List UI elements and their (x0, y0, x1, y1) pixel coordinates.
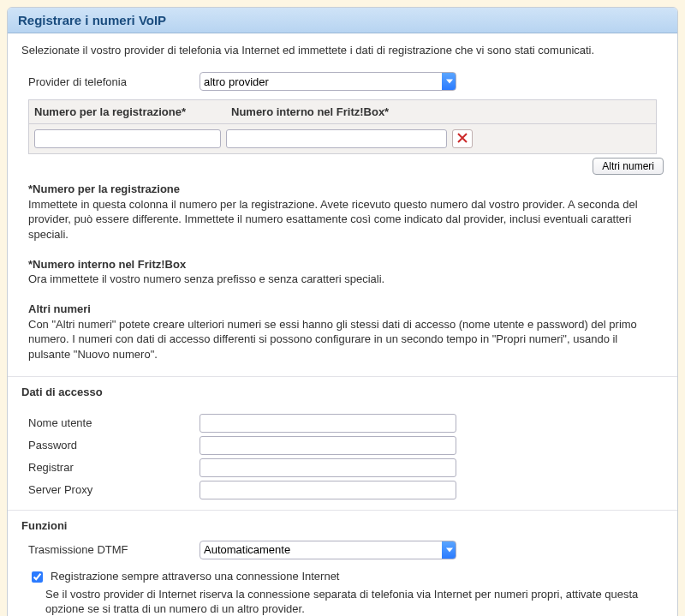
always-internet-checkbox[interactable] (32, 571, 43, 583)
table-row (29, 124, 656, 153)
functions-title: Funzioni (8, 511, 677, 537)
help-more-body: Con "Altri numeri" potete creare ulterio… (28, 317, 657, 362)
numbers-col1-header: Numero per la registrazione* (34, 105, 231, 118)
username-input[interactable] (200, 414, 456, 433)
help-int-title: *Numero interno nel Fritz!Box (28, 257, 657, 272)
numbers-table: Numero per la registrazione* Numero inte… (28, 99, 657, 154)
help-reg-body: Immettete in questa colonna il numero pe… (28, 197, 657, 242)
delete-row-button[interactable] (452, 129, 473, 148)
registrar-label: Registrar (28, 461, 200, 474)
password-input[interactable] (200, 436, 456, 455)
help-int-body: Ora immettete il vostro numero senza pre… (28, 272, 657, 287)
help-more-title: Altri numeri (28, 302, 657, 317)
always-internet-sub: Se il vostro provider di Internet riserv… (8, 587, 677, 616)
provider-select[interactable]: altro provider (200, 72, 456, 91)
more-numbers-button[interactable]: Altri numeri (593, 158, 664, 175)
close-icon (457, 133, 468, 146)
password-label: Password (28, 439, 200, 452)
always-internet-label[interactable]: Registrazione sempre attraverso una conn… (51, 570, 339, 583)
access-title: Dati di accesso (8, 377, 677, 404)
registration-number-input[interactable] (34, 129, 221, 148)
intro-text: Selezionate il vostro provider di telefo… (8, 33, 677, 63)
proxy-label: Server Proxy (28, 483, 200, 496)
provider-label: Provider di telefonia (28, 75, 200, 88)
proxy-input[interactable] (200, 481, 456, 499)
dtmf-label: Trasmissione DTMF (28, 543, 200, 556)
dtmf-select[interactable]: Automaticamente (200, 541, 456, 559)
help-reg-title: *Numero per la registrazione (28, 182, 657, 197)
registrar-input[interactable] (200, 458, 456, 477)
username-label: Nome utente (28, 416, 200, 429)
internal-number-input[interactable] (226, 129, 447, 148)
numbers-col2-header: Numero interno nel Fritz!Box* (231, 105, 462, 118)
panel-title: Registrare i numeri VoIP (8, 8, 677, 33)
voip-register-panel: Registrare i numeri VoIP Selezionate il … (7, 7, 678, 616)
